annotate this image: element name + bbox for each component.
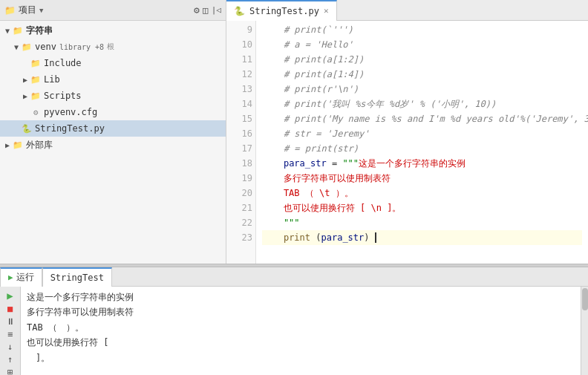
- run-btn[interactable]: ▶: [2, 290, 19, 301]
- grid-btn[interactable]: ⊞: [2, 367, 19, 375]
- sidebar-item-venv[interactable]: ▼ 📁 venv library +8 根: [0, 39, 226, 55]
- scroll-up-btn[interactable]: ↑: [2, 354, 19, 365]
- output-area: 这是一个多行字符串的实例 多行字符串可以使用制表符 TAB （ ）。 也可以使用…: [21, 287, 581, 375]
- tree-label-scripts: Scripts: [44, 91, 82, 101]
- code-area[interactable]: # print(`''') # a = 'Hello' # print(a[1:…: [256, 21, 588, 264]
- py-icon-stringtest: 🐍: [21, 123, 33, 134]
- code-line-23: print (para_str): [262, 230, 582, 245]
- code-line-12: # print(a[1:4]): [262, 67, 582, 82]
- sidebar-item-stringtest[interactable]: 🐍 StringTest.py: [0, 120, 226, 137]
- sidebar-item-scripts[interactable]: ▶ 📁 Scripts: [0, 88, 226, 104]
- layout-icon[interactable]: ◫: [203, 4, 209, 16]
- sidebar-tree: ▼ 📁 字符串 ▼ 📁 venv library +8 根 📁 Include …: [0, 21, 226, 264]
- pin-icon[interactable]: |◁: [212, 5, 221, 15]
- sidebar-item-pyvenv[interactable]: ⚙ pyvenv.cfg: [0, 104, 226, 120]
- bottom-toolbar: ▶ ■ ⏸ ≡ ↓ ↑ ⊞ 🖨: [0, 287, 21, 375]
- sidebar-item-external[interactable]: ▶ 📁 外部库: [0, 137, 226, 153]
- sidebar-header: 📁 项目 ▼ ⚙ ◫ |◁: [0, 0, 226, 21]
- scrollbar-thumb: [582, 288, 588, 310]
- bottom-tab-run-label: 运行: [16, 271, 34, 284]
- tree-arrow-scripts: ▶: [21, 92, 30, 100]
- bottom-tab-stringtest[interactable]: StringTest: [42, 267, 112, 287]
- tab-close-btn[interactable]: ✕: [324, 6, 329, 16]
- code-line-22: """: [262, 215, 582, 230]
- folder-icon-lib: 📁: [30, 74, 42, 85]
- bottom-content: ▶ ■ ⏸ ≡ ↓ ↑ ⊞ 🖨 这是一个多行字符串的实例 多行字符串可以使用制表…: [0, 287, 588, 375]
- bottom-tabs: ▶ 运行 StringTest: [0, 267, 588, 287]
- folder-icon-root: 📁: [12, 25, 24, 36]
- sidebar-item-include[interactable]: 📁 Include: [0, 55, 226, 71]
- tree-arrow-lib: ▶: [21, 76, 30, 84]
- code-line-14: # print('我叫 %s今年 %d岁' % ('小明', 10)): [262, 97, 582, 111]
- gear-icon[interactable]: ⚙: [194, 4, 200, 16]
- code-line-21: 也可以使用换行符 [ \n ]。: [262, 200, 582, 215]
- scroll-down-btn[interactable]: ↓: [2, 342, 19, 352]
- code-line-13: # print(r'\n'): [262, 82, 582, 97]
- tab-py-icon: 🐍: [234, 6, 245, 16]
- editor-content: 9 10 11 12 13 14 15 16 17 18 19 20 21 22…: [226, 21, 588, 264]
- output-line-4: 也可以使用换行符 [: [27, 335, 575, 350]
- tree-arrow-external: ▶: [3, 141, 12, 149]
- code-line-19: 多行字符串可以使用制表符: [262, 171, 582, 186]
- project-icon: 📁: [4, 5, 16, 16]
- code-line-17: # = print(str): [262, 141, 582, 156]
- output-line-3: TAB （ ）。: [27, 320, 575, 335]
- sidebar-item-lib[interactable]: ▶ 📁 Lib: [0, 71, 226, 88]
- output-line-2: 多行字符串可以使用制表符: [27, 304, 575, 319]
- bottom-panel: ▶ 运行 StringTest ▶ ■ ⏸ ≡ ↓ ↑ ⊞ 🖨 这是一个多行字符…: [0, 267, 588, 375]
- project-label: 项目: [19, 4, 36, 16]
- cfg-icon-pyvenv: ⚙: [30, 106, 42, 118]
- folder-icon-external: 📁: [12, 139, 24, 151]
- tree-tag-venv: 根: [107, 42, 114, 52]
- pause-btn[interactable]: ⏸: [2, 316, 19, 327]
- folder-icon-scripts: 📁: [30, 90, 42, 102]
- output-line-1: 这是一个多行字符串的实例: [27, 290, 575, 304]
- dropdown-arrow-icon: ▼: [39, 7, 43, 14]
- tree-label-lib: Lib: [44, 74, 60, 85]
- tree-label-external: 外部库: [26, 139, 53, 151]
- tree-label-venv: venv: [35, 42, 56, 52]
- run-icon: ▶: [8, 273, 13, 282]
- menu-btn[interactable]: ≡: [2, 329, 19, 339]
- sidebar-header-left: 📁 项目 ▼: [4, 4, 43, 16]
- bottom-tab-run[interactable]: ▶ 运行: [0, 267, 42, 287]
- tab-label: StringTest.py: [249, 6, 319, 16]
- tree-arrow-venv: ▼: [12, 43, 21, 51]
- stop-btn[interactable]: ■: [2, 304, 19, 314]
- tree-label-stringtest: StringTest.py: [35, 123, 105, 134]
- folder-icon-venv: 📁: [21, 41, 33, 53]
- output-line-5: ]。: [27, 350, 575, 365]
- tree-arrow-root: ▼: [3, 27, 12, 35]
- tree-label-include: Include: [44, 58, 82, 68]
- code-line-16: # str = 'Jeremy': [262, 126, 582, 141]
- line-numbers: 9 10 11 12 13 14 15 16 17 18 19 20 21 22…: [226, 21, 256, 264]
- editor-tab-stringtest[interactable]: 🐍 StringTest.py ✕: [226, 0, 337, 21]
- right-scrollbar[interactable]: [581, 287, 588, 375]
- sidebar-item-root[interactable]: ▼ 📁 字符串: [0, 22, 226, 39]
- folder-icon-include: 📁: [30, 57, 42, 69]
- tree-badge-venv: library +8: [59, 43, 104, 51]
- code-line-20: TAB （ \t ）。: [262, 186, 582, 200]
- code-line-9: # print(`'''): [262, 22, 582, 37]
- editor-tabs: 🐍 StringTest.py ✕: [226, 0, 588, 21]
- code-line-10: # a = 'Hello': [262, 37, 582, 52]
- editor-area: 🐍 StringTest.py ✕ 9 10 11 12 13 14 15 16…: [226, 0, 588, 264]
- tree-label-root: 字符串: [26, 25, 53, 37]
- tree-label-pyvenv: pyvenv.cfg: [44, 107, 97, 117]
- code-line-15: # print('My name is %s and I'm %d years …: [262, 111, 582, 126]
- code-line-18: para_str = """这是一个多行字符串的实例: [262, 156, 582, 171]
- code-line-11: # print(a[1:2]): [262, 52, 582, 67]
- sidebar-header-icons: ⚙ ◫ |◁: [194, 4, 221, 16]
- sidebar: 📁 项目 ▼ ⚙ ◫ |◁ ▼ 📁 字符串 ▼ 📁 venv libr: [0, 0, 226, 264]
- bottom-tab-stringtest-label: StringTest: [50, 273, 104, 283]
